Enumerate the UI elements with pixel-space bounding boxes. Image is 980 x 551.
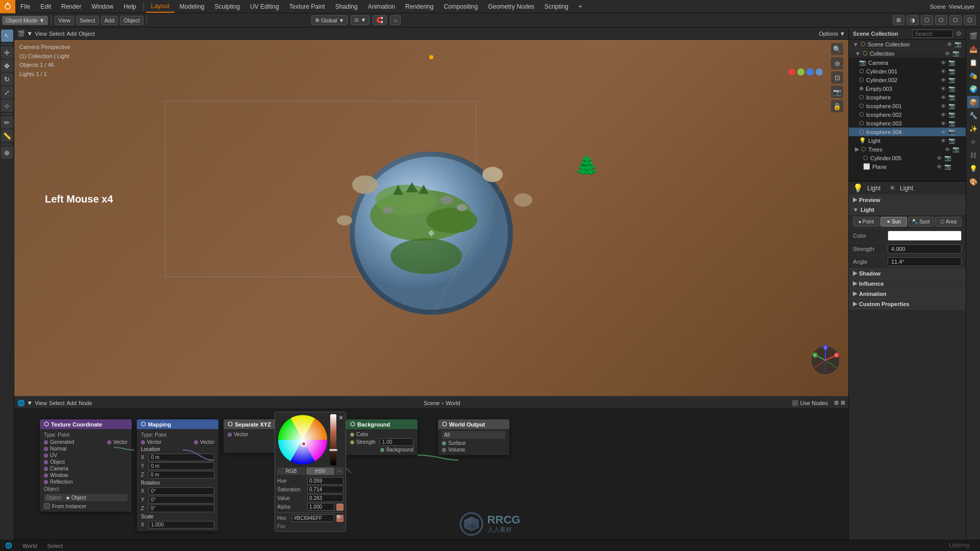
- camera-view-btn[interactable]: 📷: [831, 86, 843, 98]
- ri-modifier-icon[interactable]: 🔧: [967, 109, 979, 121]
- outliner-item-ico001[interactable]: ⬡ Icosphere.001 👁 📷: [849, 102, 966, 110]
- outliner-item-trees[interactable]: ▶ ⬡ Trees 👁 📷: [849, 145, 966, 154]
- ne-add[interactable]: Add: [66, 400, 77, 406]
- ri-output-icon[interactable]: 📤: [967, 43, 979, 55]
- outliner-item-plane[interactable]: ⬜ Plane 👁 📷: [849, 162, 966, 171]
- ne-select[interactable]: Select: [49, 400, 65, 406]
- ws-compositing[interactable]: Compositing: [438, 0, 483, 13]
- outliner-filter[interactable]: ⚙: [956, 30, 962, 37]
- ne-zoom-controls[interactable]: ⊞: [834, 399, 839, 406]
- cyl005-eye[interactable]: 👁: [937, 155, 942, 161]
- ri-scene-icon[interactable]: 🎭: [967, 69, 979, 82]
- outliner-item-cyl002[interactable]: ⬡ Cylinder.002 👁 📷: [849, 76, 966, 84]
- strength-value[interactable]: 4.000: [888, 244, 962, 254]
- menu-window[interactable]: Window: [86, 0, 118, 13]
- ico001-eye[interactable]: 👁: [941, 103, 946, 109]
- cyl005-render[interactable]: 📷: [944, 155, 951, 161]
- color-tab-more[interactable]: ⋯: [335, 467, 344, 475]
- mode-selector[interactable]: Object Mode ▼: [2, 16, 48, 25]
- menu-file[interactable]: File: [15, 0, 35, 13]
- camera-render-icon[interactable]: 📷: [948, 59, 955, 66]
- tool-transform[interactable]: ⊹: [1, 99, 13, 112]
- ri-material-icon[interactable]: 🎨: [967, 176, 979, 188]
- tool-select[interactable]: ↖: [1, 30, 13, 42]
- brightness-slider[interactable]: [330, 414, 336, 465]
- ws-sculpting[interactable]: Sculpting: [210, 0, 245, 13]
- ico-render[interactable]: 📷: [948, 94, 955, 101]
- trees-render[interactable]: 📷: [952, 146, 960, 153]
- coll-eye[interactable]: 👁: [945, 51, 950, 57]
- ico004-render[interactable]: 📷: [948, 129, 955, 135]
- vp-view-menu[interactable]: View: [35, 31, 47, 37]
- val-value[interactable]: 0.263: [307, 494, 344, 502]
- empty003-render[interactable]: 📷: [948, 85, 955, 92]
- proportional-edit[interactable]: ○: [390, 15, 401, 25]
- viewport-shading-wire[interactable]: ⬡: [921, 15, 933, 25]
- alpha-value[interactable]: 1.000: [307, 503, 334, 511]
- influence-section[interactable]: ▶ Influence: [849, 279, 966, 289]
- tool-cursor[interactable]: ✛: [1, 46, 13, 59]
- cyl001-eye[interactable]: 👁: [941, 68, 946, 74]
- color-picker-close[interactable]: ✕: [338, 414, 344, 421]
- ri-physics-icon[interactable]: ⚛: [967, 136, 979, 148]
- empty003-eye[interactable]: 👁: [941, 86, 946, 92]
- sc-eye[interactable]: 👁: [947, 41, 952, 47]
- ws-geo-nodes[interactable]: Geometry Nodes: [483, 0, 540, 13]
- node-background[interactable]: ⬡ Background Color Strength 1.00 Backgro…: [346, 419, 418, 455]
- vp-select-menu[interactable]: Select: [49, 31, 65, 37]
- ne-view-all[interactable]: ⊞: [841, 399, 845, 406]
- from-instancer-checkbox[interactable]: [44, 503, 50, 509]
- outliner-item-cyl001[interactable]: ⬡ Cylinder.001 👁 📷: [849, 67, 966, 76]
- ws-plus[interactable]: +: [574, 0, 587, 13]
- ws-texture-paint[interactable]: Texture Paint: [284, 0, 330, 13]
- coll-render[interactable]: 📷: [952, 50, 960, 57]
- eyedropper-btn[interactable]: 🔍: [336, 515, 344, 522]
- ws-scripting[interactable]: Scripting: [540, 0, 574, 13]
- custom-props-section[interactable]: ▶ Custom Properties: [849, 299, 966, 309]
- node-mapping[interactable]: ⬡ Mapping Type: Point VectorVector Locat…: [137, 419, 218, 531]
- color-tab-hsv[interactable]: HSV: [306, 467, 334, 475]
- use-nodes-checkbox[interactable]: [792, 400, 798, 406]
- outliner-item-ico[interactable]: ⬡ Icosphere 👁 📷: [849, 93, 966, 102]
- ri-view-layer-icon[interactable]: 📋: [967, 56, 979, 68]
- tool-move[interactable]: ✥: [1, 60, 13, 72]
- light-type-area[interactable]: ⬡ Area: [935, 217, 962, 227]
- vp-editor-type[interactable]: 🎬 ▼: [17, 30, 33, 37]
- ws-modeling[interactable]: Modeling: [175, 0, 210, 13]
- light-type-sun[interactable]: ☀ Sun: [880, 217, 907, 227]
- light-render[interactable]: 📷: [948, 137, 955, 144]
- shadow-section[interactable]: ▶ Shadow: [849, 268, 966, 279]
- ri-object-icon[interactable]: 📦: [967, 96, 979, 108]
- color-tab-rgb[interactable]: RGB: [277, 467, 305, 475]
- navigation-gizmo[interactable]: X Z Y: [810, 345, 841, 375]
- ws-animation[interactable]: Animation: [363, 0, 400, 13]
- ico-eye[interactable]: 👁: [941, 94, 946, 101]
- overlay-btn[interactable]: ⊞: [893, 15, 904, 25]
- hex-value[interactable]: #BC694EFF: [292, 514, 334, 522]
- cyl001-render[interactable]: 📷: [948, 68, 955, 74]
- ws-layout[interactable]: Layout: [146, 0, 175, 13]
- light-section-header[interactable]: ▼ Light: [849, 205, 966, 215]
- ri-world-icon[interactable]: 🌍: [967, 83, 979, 95]
- outliner-item-empty003[interactable]: ⊕ Empty.003 👁 📷: [849, 84, 966, 93]
- xray-btn[interactable]: ◑: [906, 15, 919, 25]
- snap-btn[interactable]: 🧲: [373, 15, 387, 25]
- ws-rendering[interactable]: Rendering: [400, 0, 438, 13]
- node-canvas[interactable]: ⬡ Texture Coordinate Type: Point Generat…: [14, 409, 848, 539]
- menu-render[interactable]: Render: [56, 0, 86, 13]
- ne-view[interactable]: View: [35, 400, 47, 406]
- viewport-shading-render[interactable]: ⬡: [964, 15, 976, 25]
- select-btn[interactable]: Select: [76, 16, 99, 25]
- light-eye[interactable]: 👁: [941, 138, 946, 144]
- outliner-search[interactable]: [912, 30, 953, 38]
- ri-render-icon[interactable]: 🎬: [967, 30, 979, 42]
- ws-shading[interactable]: Shading: [330, 0, 363, 13]
- cyl002-render[interactable]: 📷: [948, 77, 955, 83]
- outliner-item-cyl005[interactable]: ⬡ Cylinder.005 👁 📷: [849, 154, 966, 162]
- vp-options[interactable]: Options ▼: [819, 31, 845, 37]
- animation-section[interactable]: ▶ Animation: [849, 289, 966, 299]
- tool-add[interactable]: ⊕: [1, 146, 13, 159]
- color-wheel-container[interactable]: [277, 414, 328, 465]
- ico004-eye[interactable]: 👁: [941, 129, 946, 135]
- ico002-render[interactable]: 📷: [948, 111, 955, 118]
